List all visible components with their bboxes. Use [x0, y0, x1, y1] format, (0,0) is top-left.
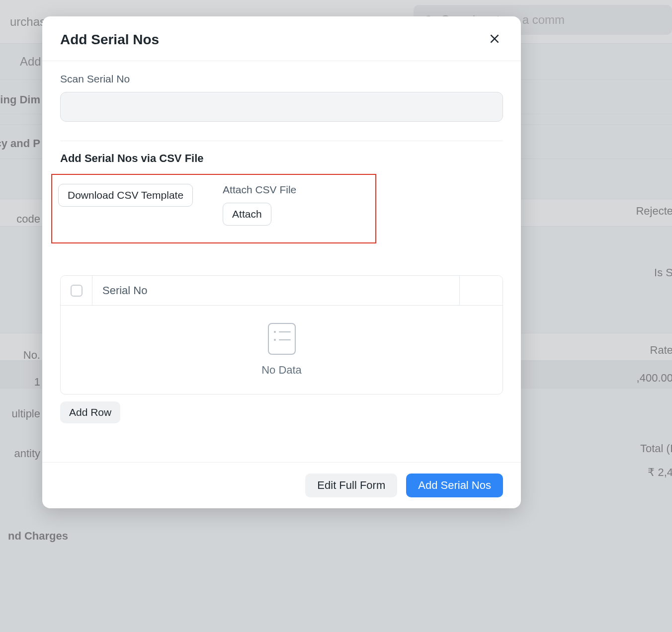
close-icon — [488, 32, 501, 45]
add-row-button[interactable]: Add Row — [60, 401, 120, 423]
edit-full-form-button[interactable]: Edit Full Form — [305, 474, 397, 497]
table-empty-state: No Data — [61, 306, 503, 394]
empty-text: No Data — [261, 364, 302, 377]
attach-csv-label: Attach CSV File — [223, 184, 369, 196]
modal-footer: Edit Full Form Add Serial Nos — [42, 462, 521, 508]
add-serial-nos-modal: Add Serial Nos Scan Serial No Add Serial… — [42, 16, 521, 508]
close-button[interactable] — [486, 30, 503, 49]
modal-body: Scan Serial No Add Serial Nos via CSV Fi… — [42, 61, 521, 462]
modal-title: Add Serial Nos — [60, 32, 159, 48]
serial-no-table: Serial No No Data — [60, 275, 503, 395]
add-serial-nos-submit-button[interactable]: Add Serial Nos — [406, 474, 503, 497]
modal-header: Add Serial Nos — [42, 16, 521, 61]
table-header-serial: Serial No — [92, 276, 460, 305]
attach-button[interactable]: Attach — [223, 203, 271, 226]
csv-section-highlight: Download CSV Template Attach CSV File At… — [51, 174, 376, 243]
table-header-checkbox-cell — [61, 276, 92, 305]
download-csv-template-button[interactable]: Download CSV Template — [58, 184, 193, 207]
section-divider — [60, 141, 503, 141]
scan-serial-label: Scan Serial No — [60, 73, 503, 85]
scan-serial-input[interactable] — [60, 92, 503, 122]
table-header-tail — [460, 276, 503, 305]
empty-document-icon — [268, 323, 296, 355]
csv-attach-col: Attach CSV File Attach — [223, 184, 369, 226]
table-header-row: Serial No — [61, 276, 503, 306]
csv-section-heading: Add Serial Nos via CSV File — [60, 152, 503, 165]
add-row-area: Add Row — [60, 401, 503, 423]
csv-download-col: Download CSV Template — [58, 184, 193, 207]
select-all-checkbox[interactable] — [71, 285, 83, 297]
